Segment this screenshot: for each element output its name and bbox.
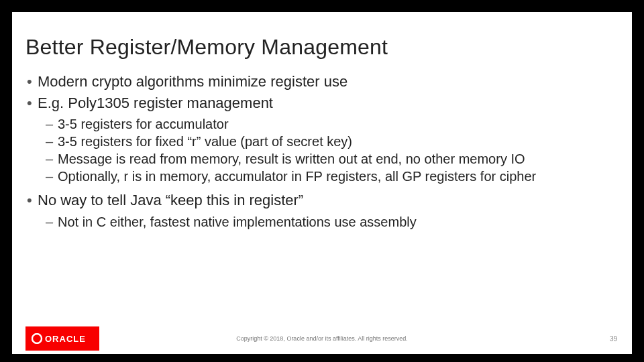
svg-text:ORACLE: ORACLE: [45, 334, 86, 344]
sub-item: Optionally, r is in memory, accumulator …: [38, 168, 619, 185]
sub-item: 3-5 registers for accumulator: [38, 115, 619, 133]
sub-text: Message is read from memory, result is w…: [58, 152, 525, 166]
slide-content: Better Register/Memory Management Modern…: [12, 12, 632, 231]
bullet-text: Modern crypto algorithms minimize regist…: [38, 73, 347, 90]
bullet-list: Modern crypto algorithms minimize regist…: [25, 72, 619, 231]
sub-list: 3-5 registers for accumulator 3-5 regist…: [38, 115, 619, 185]
svg-rect-0: [32, 334, 42, 343]
bullet-text: E.g. Poly1305 register management: [38, 95, 273, 111]
page-number: 39: [610, 335, 617, 343]
bullet-item: No way to tell Java “keep this in regist…: [25, 190, 619, 231]
slide: Better Register/Memory Management Modern…: [0, 0, 644, 362]
sub-text: Optionally, r is in memory, accumulator …: [58, 169, 536, 184]
footer: ORACLE Copyright © 2018, Oracle and/or i…: [12, 323, 632, 354]
slide-title: Better Register/Memory Management: [25, 35, 619, 60]
sub-text: 3-5 registers for accumulator: [58, 117, 229, 131]
oracle-logo-icon: ORACLE: [32, 333, 93, 344]
copyright-text: Copyright © 2018, Oracle and/or its affi…: [236, 335, 408, 342]
sub-text: 3-5 registers for fixed “r” value (part …: [58, 134, 352, 149]
sub-list: Not in C either, fastest native implemen…: [38, 213, 619, 231]
sub-item: Message is read from memory, result is w…: [38, 150, 619, 168]
bullet-text: No way to tell Java “keep this in regist…: [38, 192, 303, 208]
sub-item: Not in C either, fastest native implemen…: [38, 213, 619, 231]
oracle-logo: ORACLE: [25, 326, 99, 351]
sub-text: Not in C either, fastest native implemen…: [58, 215, 417, 229]
sub-item: 3-5 registers for fixed “r” value (part …: [38, 133, 619, 150]
bullet-item: E.g. Poly1305 register management 3-5 re…: [25, 93, 619, 186]
bullet-item: Modern crypto algorithms minimize regist…: [25, 72, 619, 92]
